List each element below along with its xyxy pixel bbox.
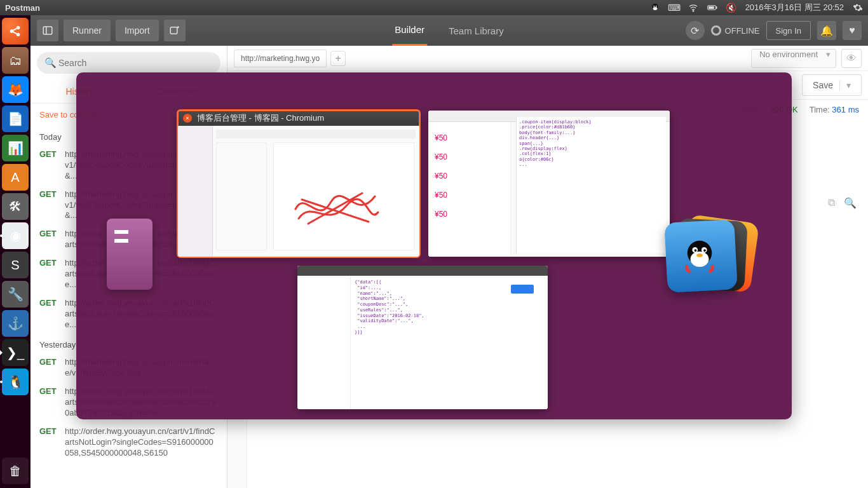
environment-quicklook-icon[interactable]: 👁 — [841, 49, 862, 68]
sign-in-button[interactable]: Sign In — [766, 21, 811, 40]
menubar-app-title: Postman — [5, 3, 40, 13]
time-label: Time: — [810, 105, 830, 114]
sublime-icon[interactable]: S — [2, 252, 29, 278]
svg-rect-13 — [170, 27, 177, 34]
notifications-icon[interactable]: 🔔 — [817, 21, 836, 40]
svg-point-9 — [10, 29, 14, 33]
builder-tab[interactable]: Builder — [392, 15, 427, 46]
writer-icon[interactable]: 📄 — [2, 105, 29, 132]
window-preview-chromium-devtools[interactable]: ¥50¥50¥50¥50¥50 .coupon-item{display:blo… — [428, 111, 670, 257]
save-label: Save — [813, 80, 833, 90]
request-tab[interactable]: http://marketing.hwg.yo — [234, 50, 327, 67]
search-response-icon[interactable]: 🔍 — [844, 197, 857, 209]
http-method: GET — [39, 229, 60, 250]
clock[interactable]: 2016年3月16日 周三 20:52 — [745, 2, 844, 13]
unity-launcher: 🗂 🦊 📄 📊 A 🛠 ◉ S 🔧 ⚓ ❯_ 🐧 🗑 — [0, 15, 31, 488]
qq-icon[interactable]: 🐧 — [2, 369, 29, 395]
postman-toolbar: Runner Import Builder Team Library ⟳ OFF… — [31, 15, 868, 46]
trash-icon[interactable]: 🗑 — [2, 458, 29, 484]
mini-send-button — [511, 285, 534, 294]
copy-response-icon[interactable]: ⧉ — [828, 197, 835, 209]
system-tray: ⌨ 🔇 2016年3月16日 周三 20:52 — [650, 2, 863, 13]
qq-window-stack-icon[interactable] — [660, 219, 761, 295]
http-method: GET — [39, 189, 60, 222]
window-switcher-overlay: ×博客后台管理 - 博客园 - Chromium ¥50¥50¥50¥50 — [76, 72, 792, 419]
svg-point-2 — [653, 6, 654, 7]
http-method: GET — [39, 357, 60, 379]
offline-label: OFFLINE — [725, 26, 760, 36]
keyboard-icon[interactable]: ⌨ — [669, 3, 679, 13]
window-title: 博客后台管理 - 博客园 - Chromium — [197, 112, 324, 124]
history-url: http://order.hwg.youayun.cn/cart/v1/find… — [65, 426, 218, 459]
svg-rect-8 — [716, 6, 717, 9]
calc-icon[interactable]: 📊 — [2, 135, 29, 161]
dash-icon[interactable] — [2, 18, 29, 44]
files-icon[interactable]: 🗂 — [2, 47, 29, 74]
chevron-down-icon[interactable]: ▾ — [839, 80, 851, 90]
svg-point-5 — [693, 11, 693, 11]
software-center-icon[interactable]: A — [2, 164, 29, 191]
svg-point-11 — [17, 33, 20, 37]
close-icon: × — [183, 114, 192, 123]
team-library-tab[interactable]: Team Library — [446, 17, 506, 45]
workspace-icon[interactable] — [107, 219, 153, 290]
svg-rect-7 — [709, 6, 714, 9]
volume-icon[interactable]: 🔇 — [726, 3, 736, 13]
price-list: ¥50¥50¥50¥50¥50 — [435, 133, 447, 219]
offline-indicator: OFFLINE — [711, 25, 760, 36]
svg-point-20 — [696, 254, 703, 257]
ubuntu-menubar: Postman ⌨ 🔇 2016年3月16日 周三 20:52 — [0, 0, 868, 15]
session-gear-icon[interactable] — [853, 3, 863, 13]
http-method: GET — [39, 426, 60, 459]
http-method: GET — [39, 298, 60, 330]
http-method: GET — [39, 258, 60, 290]
wifi-icon[interactable] — [688, 3, 698, 13]
history-item[interactable]: GEThttp://order.hwg.youayun.cn/cart/v1/f… — [31, 423, 227, 463]
search-icon: 🔍 — [44, 57, 57, 69]
firefox-icon[interactable]: 🦊 — [2, 76, 29, 103]
anchor-icon[interactable]: ⚓ — [2, 310, 29, 337]
search-input[interactable] — [37, 52, 220, 74]
qq-tray-icon[interactable] — [650, 3, 660, 13]
environment-select[interactable]: No environment — [751, 49, 836, 68]
tools-icon[interactable]: 🛠 — [2, 193, 29, 220]
svg-point-4 — [654, 7, 656, 8]
new-window-button[interactable] — [164, 20, 186, 41]
runner-button[interactable]: Runner — [64, 20, 111, 41]
svg-point-3 — [655, 6, 656, 7]
import-button[interactable]: Import — [116, 20, 159, 41]
system-settings-icon[interactable]: 🔧 — [2, 281, 29, 308]
devtools-panel: .coupon-item{display:block}.price{color:… — [516, 117, 666, 253]
svg-rect-12 — [43, 27, 52, 34]
heart-icon[interactable]: ♥ — [843, 21, 862, 40]
scribble-annotation — [292, 187, 381, 231]
time-value: 361 ms — [832, 105, 859, 114]
http-method: GET — [39, 386, 60, 419]
chromium-icon[interactable]: ◉ — [2, 222, 29, 249]
http-method: GET — [39, 149, 60, 182]
add-tab-button[interactable]: + — [330, 51, 346, 66]
save-button[interactable]: Save▾ — [802, 74, 862, 96]
svg-point-18 — [695, 249, 697, 252]
battery-icon[interactable] — [707, 3, 717, 13]
sync-icon[interactable]: ⟳ — [686, 21, 705, 40]
window-preview-postman[interactable]: {"data":[{ "id":..., "name":"...", "shor… — [297, 266, 548, 409]
window-preview-chromium-blog[interactable]: ×博客后台管理 - 博客园 - Chromium — [178, 111, 419, 257]
svg-point-19 — [703, 249, 706, 252]
svg-point-10 — [17, 26, 20, 30]
toggle-sidebar-button[interactable] — [37, 20, 58, 41]
terminal-icon[interactable]: ❯_ — [2, 339, 29, 366]
